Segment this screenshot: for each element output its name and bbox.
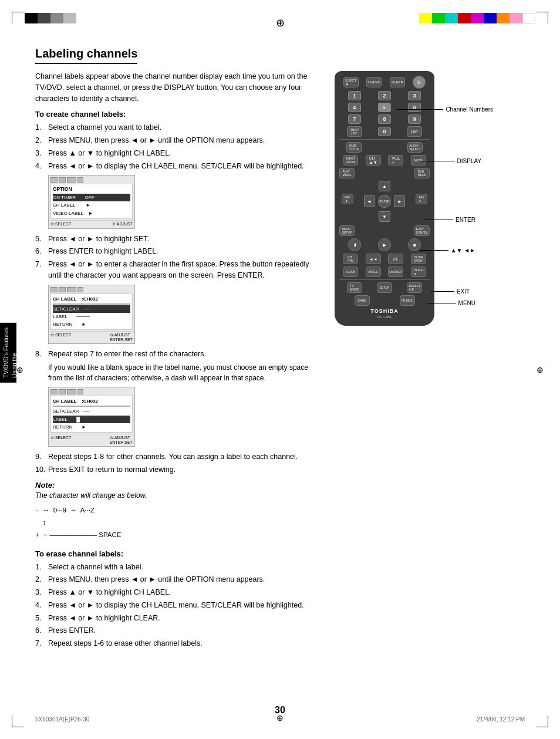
- play-mode-button[interactable]: PLAYMODE: [339, 168, 355, 178]
- create-steps-list: 1. Select a channel you want to label. 2…: [35, 122, 323, 171]
- intro-text: Channel labels appear above the channel …: [35, 71, 323, 104]
- input-zoom-button[interactable]: INPUTZOOM: [343, 155, 358, 166]
- footer-left: 5X60301A(E)P26-30: [35, 716, 89, 723]
- center-cross-top: ⊕: [276, 16, 285, 29]
- menu-setup-button[interactable]: MENUSETUP: [339, 225, 355, 236]
- nav-right-button[interactable]: ►: [394, 195, 405, 207]
- divider-2: [339, 279, 430, 280]
- pause-button[interactable]: ⏸: [348, 238, 361, 251]
- divider-1: [339, 139, 430, 140]
- play-button[interactable]: ▶: [378, 238, 391, 251]
- create-steps-list-4: 9. Repeat steps 1-8 for other channels. …: [35, 451, 323, 475]
- exit-label: EXIT: [431, 288, 470, 295]
- num-9-button[interactable]: 9: [408, 114, 421, 124]
- dvd-menu-button[interactable]: DVDMENU: [414, 168, 430, 178]
- subtitle-row: SUBTITLE AUDIOSELECT: [339, 142, 430, 153]
- fwd-button[interactable]: FF: [388, 254, 403, 264]
- num-1-button[interactable]: 1: [348, 91, 361, 100]
- step-1: 1. Select a channel you want to label.: [35, 122, 323, 133]
- step-6: 6. Press ENTER to highlight LABEL.: [35, 246, 323, 257]
- step-8: 8. Repeat step 7 to enter the rest of th…: [35, 349, 323, 360]
- num-2-button[interactable]: 2: [378, 91, 391, 100]
- num-3-button[interactable]: 3: [408, 91, 421, 100]
- num-5-button[interactable]: 5·: [378, 103, 391, 112]
- femode-button[interactable]: FE MDE: [400, 295, 415, 306]
- erase-step-1: 1. Select a channel with a label.: [35, 562, 323, 573]
- ch-prev-button[interactable]: CHPRV: [343, 254, 358, 264]
- nav-down-button[interactable]: ▼: [379, 211, 390, 222]
- angle-button[interactable]: ANGLE: [366, 266, 381, 277]
- eject-button[interactable]: EJECT▲: [343, 77, 359, 87]
- erase-heading: To erase channel labels:: [35, 549, 323, 558]
- step-5: 5. Press ◄ or ► to highlight SET.: [35, 234, 323, 245]
- step-4: 4. Press ◄ or ► to display the CH LABEL …: [35, 161, 323, 172]
- rev-button[interactable]: ◄◄: [366, 254, 381, 264]
- enter-label: ENTER: [424, 217, 475, 223]
- slink-button[interactable]: S-LINK: [343, 266, 358, 277]
- vol-button[interactable]: VOL+-: [388, 155, 403, 166]
- note-title: Note:: [35, 481, 323, 490]
- sleep-button[interactable]: SLEEP: [390, 77, 405, 87]
- display-row: DISPLAY 0 100: [339, 126, 430, 137]
- sidebar-tab: TV/DVD's Features Using the: [0, 323, 16, 383]
- ch-button[interactable]: CH▲▼: [366, 155, 381, 166]
- corner-mark-br: [537, 716, 548, 727]
- erase-section: To erase channel labels: 1. Select a cha…: [35, 549, 323, 649]
- nav-cross: ▲ ▼ ◄ ► ENTER: [364, 181, 405, 222]
- note-section: Note: The character will change as below…: [35, 481, 323, 541]
- ch-pm-row: CHPRV ◄◄ FF SLOWOPEN: [339, 254, 430, 264]
- remote-area: EJECT▲ TV/DVD SLEEP ⏻ 1 2 3: [335, 71, 487, 326]
- step-10: 10. Press EXIT to return to normal viewi…: [35, 464, 323, 475]
- tvdvd-button[interactable]: TV/DVD: [366, 77, 382, 87]
- erase-step-6: 6. Press ENTER.: [35, 625, 323, 636]
- marker-button[interactable]: MARKER: [388, 266, 403, 277]
- tvmode-row: TVMODE SETUP REPEATA-B: [339, 282, 430, 293]
- step-2: 2. Press MENU, then press ◄ or ► until t…: [35, 135, 323, 146]
- display-label: DISPLAY: [420, 158, 482, 164]
- pav-right-button[interactable]: FAV►: [416, 194, 427, 204]
- enter-center-button[interactable]: ENTER: [378, 195, 391, 208]
- color-bar-top-right: [419, 13, 535, 23]
- erase-step-3: 3. Press ▲ or ▼ to highlight CH LABEL.: [35, 587, 323, 598]
- game-button[interactable]: GAME: [355, 295, 370, 306]
- corner-mark-tr: [537, 12, 548, 23]
- audio-select-button[interactable]: AUDIOSELECT: [407, 142, 423, 153]
- pav-left-button[interactable]: PAV◄: [342, 194, 353, 204]
- display-button[interactable]: DISPLAY: [347, 126, 362, 137]
- erase-steps-list: 1. Select a channel with a label. 2. Pre…: [35, 562, 323, 649]
- setup-button[interactable]: SETUP: [377, 282, 392, 293]
- slide-button[interactable]: SLIDE►: [411, 266, 426, 277]
- page-number: 30: [275, 705, 285, 716]
- num-7-button[interactable]: 7: [348, 114, 361, 124]
- playback-row: ⏸ ▶ ■: [339, 238, 430, 251]
- erase-step-7: 7. Repeat steps 1-6 to erase other chann…: [35, 638, 323, 649]
- num-100-button[interactable]: 100: [407, 126, 422, 137]
- step-7: 7. Press ◄ or ► to enter a character in …: [35, 259, 323, 281]
- num-8-button[interactable]: 8: [378, 114, 391, 124]
- create-steps-list-2: 5. Press ◄ or ► to highlight SET. 6. Pre…: [35, 234, 323, 281]
- tv-mode-button[interactable]: TVMODE: [347, 282, 362, 293]
- nav-left-button[interactable]: ◄: [364, 195, 375, 207]
- playmode-row: PLAYMODE DVDMENU: [339, 168, 430, 178]
- slow-button[interactable]: SLOWOPEN: [411, 254, 426, 264]
- create-section-heading: To create channel labels:: [35, 110, 323, 119]
- color-bar-top-left: [25, 13, 76, 23]
- char-diagram: – ↔ 0···9 ↔ A···Z ↕ + ←——————— SPACE: [35, 504, 323, 541]
- screen-mockup-1: OPTION ON TIMER OFF CH LABEL ► VIDEO LAB…: [48, 175, 135, 228]
- step-8-extra: If you would like a blank space in the l…: [48, 362, 323, 383]
- num-0-button[interactable]: 0: [378, 127, 391, 136]
- footer-right: 21/4/06, 12:12 PM: [477, 716, 525, 723]
- repeat-ab-button[interactable]: REPEATA-B: [407, 282, 422, 293]
- subtitle-button[interactable]: SUBTITLE: [346, 142, 362, 153]
- menu-row: MENUSETUP EASYCANCEL: [339, 225, 430, 236]
- power-button[interactable]: ⏻: [413, 76, 426, 89]
- remote-top-row: EJECT▲ TV/DVD SLEEP ⏻: [339, 76, 430, 89]
- nav-up-button[interactable]: ▲: [379, 181, 390, 191]
- erase-step-2: 2. Press MENU, then press ◄ or ► until t…: [35, 574, 323, 585]
- cancel-button[interactable]: EASYCANCEL: [414, 225, 430, 236]
- screen-mockup-2: CH LABEL :CH002 SET/CLEAR ── LABEL ──── …: [48, 285, 135, 345]
- page-title: Labeling channels: [35, 47, 137, 64]
- corner-mark-tl: [12, 12, 23, 23]
- num-4-button[interactable]: 4: [348, 103, 361, 112]
- nav-label: ▲▼ ◄►: [419, 247, 475, 254]
